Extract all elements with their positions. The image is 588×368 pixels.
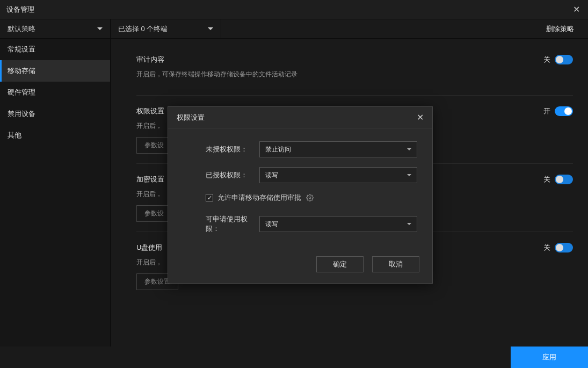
permissions-toggle[interactable]	[555, 106, 573, 116]
requestable-value: 读写	[265, 220, 278, 229]
chevron-down-icon	[208, 27, 213, 30]
section-desc: 开启后，可保存终端操作移动存储设备中的文件活动记录	[136, 70, 573, 79]
section-title: 权限设置	[136, 106, 164, 116]
selection-dropdown[interactable]: 已选择 0 个终端	[111, 19, 221, 38]
unauth-label: 未授权权限：	[206, 145, 259, 154]
requestable-label: 可申请使用权限：	[206, 214, 259, 234]
footer: 应用	[0, 347, 588, 368]
auth-select[interactable]: 读写	[259, 167, 417, 183]
section-title: U盘使用	[136, 243, 162, 252]
sidebar-item-mobile-storage[interactable]: 移动存储	[0, 60, 110, 82]
toggle-label: 开	[543, 106, 550, 116]
apply-button[interactable]: 应用	[511, 347, 588, 368]
allow-apply-row: 允许申请移动存储使用审批	[206, 193, 417, 203]
chevron-down-icon	[407, 174, 411, 176]
allow-apply-label: 允许申请移动存储使用审批	[217, 193, 301, 203]
sidebar-item-general[interactable]: 常规设置	[0, 39, 110, 60]
toolbar-spacer	[221, 19, 532, 38]
audit-toggle[interactable]	[555, 55, 573, 64]
chevron-down-icon	[407, 223, 411, 225]
allow-apply-checkbox[interactable]	[206, 194, 213, 201]
svg-point-0	[309, 197, 311, 199]
chevron-down-icon	[407, 148, 411, 150]
auth-label: 已授权权限：	[206, 170, 259, 180]
toggle-wrap: 关	[543, 55, 573, 64]
selection-label: 已选择 0 个终端	[118, 24, 168, 34]
chevron-down-icon	[97, 27, 103, 30]
dialog-title: 权限设置	[177, 113, 205, 122]
auth-row: 已授权权限： 读写	[206, 167, 417, 183]
sidebar: 常规设置 移动存储 硬件管理 禁用设备 其他	[0, 39, 111, 347]
sidebar-item-hardware[interactable]: 硬件管理	[0, 82, 110, 103]
section-title: 加密设置	[136, 175, 164, 184]
auth-value: 读写	[265, 171, 278, 180]
section-title: 审计内容	[136, 55, 164, 64]
section-audit: 审计内容 关 开启后，可保存终端操作移动存储设备中的文件活动记录	[136, 55, 573, 96]
usb-toggle[interactable]	[555, 243, 573, 252]
toolbar: 默认策略 已选择 0 个终端 删除策略	[0, 19, 588, 39]
permission-settings-dialog: 权限设置 ✕ 未授权权限： 禁止访问 已授权权限： 读写 允许申请移动存储使用审…	[168, 106, 433, 284]
gear-icon[interactable]	[306, 193, 314, 202]
title-bar: 设备管理 ✕	[0, 0, 588, 19]
unauth-row: 未授权权限： 禁止访问	[206, 141, 417, 157]
requestable-select[interactable]: 读写	[259, 216, 417, 232]
toggle-label: 关	[543, 243, 550, 252]
dialog-header: 权限设置 ✕	[168, 107, 432, 128]
encryption-toggle[interactable]	[555, 175, 573, 184]
sidebar-item-other[interactable]: 其他	[0, 125, 110, 146]
sidebar-item-disabled-devices[interactable]: 禁用设备	[0, 103, 110, 125]
window-title: 设备管理	[6, 5, 34, 15]
unauth-value: 禁止访问	[265, 145, 291, 154]
ok-button[interactable]: 确定	[316, 256, 364, 272]
toggle-label: 关	[543, 55, 550, 64]
dialog-footer: 确定 取消	[168, 249, 432, 283]
unauth-select[interactable]: 禁止访问	[259, 141, 417, 157]
close-icon[interactable]: ✕	[571, 4, 582, 15]
param-settings-button[interactable]: 参数设	[136, 205, 172, 222]
close-icon[interactable]: ✕	[417, 112, 424, 122]
strategy-dropdown[interactable]: 默认策略	[0, 19, 111, 38]
toggle-wrap: 开	[543, 106, 573, 116]
requestable-row: 可申请使用权限： 读写	[206, 214, 417, 234]
dialog-body: 未授权权限： 禁止访问 已授权权限： 读写 允许申请移动存储使用审批	[168, 128, 432, 249]
strategy-label: 默认策略	[8, 24, 35, 34]
cancel-button[interactable]: 取消	[372, 256, 419, 272]
delete-strategy-button[interactable]: 删除策略	[532, 19, 588, 38]
param-settings-button[interactable]: 参数设	[136, 137, 172, 154]
toggle-label: 关	[543, 175, 550, 184]
toggle-wrap: 关	[543, 175, 573, 184]
toggle-wrap: 关	[543, 243, 573, 252]
